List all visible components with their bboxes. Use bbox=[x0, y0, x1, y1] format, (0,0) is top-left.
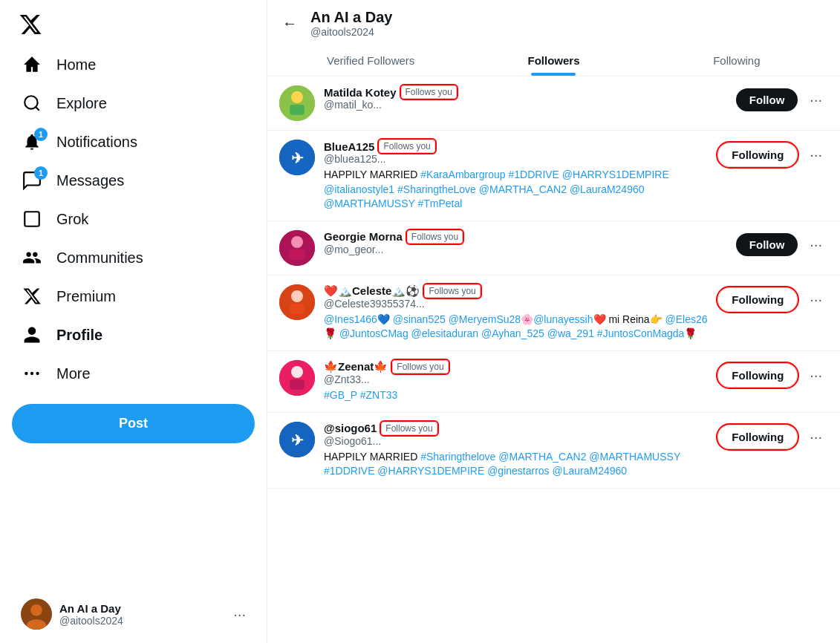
followers-list: Matilda KoteyFollows you@matil_ko...Foll… bbox=[267, 76, 840, 643]
communities-icon bbox=[21, 247, 43, 269]
follower-name: Georgie Morna bbox=[324, 230, 403, 243]
header-title-block: An AI a Day @aitools2024 bbox=[310, 9, 392, 38]
svg-line-1 bbox=[36, 107, 39, 111]
sidebar-item-label-premium: Premium bbox=[56, 288, 116, 305]
follower-item: 🍁Zeenat🍁Follows you@Znt33...#GB_P #ZNT33… bbox=[267, 351, 840, 413]
follower-item: ❤️🏔️Celeste🏔️⚽Follows you@Celeste3935537… bbox=[267, 275, 840, 351]
follower-name-row: ❤️🏔️Celeste🏔️⚽Follows you bbox=[324, 284, 709, 298]
more-icon bbox=[21, 362, 43, 385]
svg-text:✈: ✈ bbox=[291, 150, 304, 166]
follower-bio: #GB_P #ZNT33 bbox=[324, 388, 709, 403]
follower-item: ✈@siogo61Follows you@Siogo61...HAPPILY M… bbox=[267, 413, 840, 489]
follower-actions: Follow··· bbox=[736, 233, 828, 256]
follower-name-row: @siogo61Follows you bbox=[324, 422, 709, 435]
tab-following[interactable]: Following bbox=[645, 44, 828, 76]
sidebar-item-label-home: Home bbox=[56, 56, 96, 74]
sidebar-item-notifications[interactable]: Notifications1 bbox=[12, 123, 255, 160]
premium-icon bbox=[21, 285, 43, 307]
follower-avatar bbox=[279, 360, 315, 396]
follower-item: ✈BlueA125Follows you@bluea125...HAPPILY … bbox=[267, 131, 840, 221]
svg-point-4 bbox=[30, 372, 33, 375]
notifications-badge: 1 bbox=[34, 128, 48, 141]
more-options-button[interactable]: ··· bbox=[804, 88, 828, 111]
more-options-button[interactable]: ··· bbox=[804, 143, 828, 166]
follower-name: Matilda Kotey bbox=[324, 86, 397, 99]
follower-name-row: Georgie MornaFollows you bbox=[324, 230, 727, 244]
follow-button[interactable]: Follow bbox=[736, 88, 798, 111]
footer-more-icon[interactable]: ··· bbox=[233, 606, 246, 623]
svg-rect-11 bbox=[290, 105, 305, 115]
home-icon bbox=[21, 53, 43, 76]
follower-handle: @bluea125... bbox=[324, 153, 709, 165]
sidebar-item-messages[interactable]: Messages1 bbox=[12, 162, 255, 199]
sidebar-item-explore[interactable]: Explore bbox=[12, 85, 255, 122]
sidebar-item-home[interactable]: Home bbox=[12, 46, 255, 83]
follow-button[interactable]: Follow bbox=[736, 233, 798, 256]
follower-name: @siogo61 bbox=[324, 422, 377, 434]
sidebar-item-communities[interactable]: Communities bbox=[12, 239, 255, 276]
follower-content: Matilda KoteyFollows you@matil_ko... bbox=[324, 85, 727, 111]
follower-name-row: Matilda KoteyFollows you bbox=[324, 85, 727, 99]
sidebar-item-grok[interactable]: Grok bbox=[12, 200, 255, 238]
sidebar-item-label-more: More bbox=[56, 365, 91, 382]
sidebar-item-label-profile: Profile bbox=[56, 327, 102, 344]
follows-you-badge: Follows you bbox=[407, 230, 463, 244]
more-options-button[interactable]: ··· bbox=[804, 233, 828, 256]
svg-point-3 bbox=[25, 372, 27, 375]
follower-content: Georgie MornaFollows you@mo_geor... bbox=[324, 230, 727, 255]
explore-icon bbox=[21, 92, 43, 114]
footer-info: An AI a Day @aitools2024 bbox=[59, 602, 226, 627]
header-top: ← An AI a Day @aitools2024 bbox=[279, 9, 828, 38]
follower-bio: HAPPILY MARRIED #KaraAmbargroup #1DDRIVE… bbox=[324, 168, 709, 212]
following-button[interactable]: Following bbox=[717, 363, 798, 388]
svg-point-15 bbox=[291, 236, 303, 248]
following-button[interactable]: Following bbox=[717, 287, 798, 312]
follower-bio: @Ines1466💙 @sinan525 @MeryemSu28🌸@lunaye… bbox=[324, 313, 709, 342]
svg-point-7 bbox=[30, 604, 42, 616]
follower-content: BlueA125Follows you@bluea125...HAPPILY M… bbox=[324, 140, 709, 212]
follower-item: Matilda KoteyFollows you@matil_ko...Foll… bbox=[267, 76, 840, 131]
follower-actions: Following··· bbox=[717, 143, 828, 167]
follower-content: @siogo61Follows you@Siogo61...HAPPILY MA… bbox=[324, 422, 709, 479]
follower-actions: Following··· bbox=[717, 363, 828, 388]
follower-item: Georgie MornaFollows you@mo_geor...Follo… bbox=[267, 221, 840, 275]
follower-handle: @Siogo61... bbox=[324, 435, 709, 447]
follows-you-badge: Follows you bbox=[379, 140, 434, 153]
svg-text:✈: ✈ bbox=[291, 431, 304, 448]
sidebar-footer[interactable]: An AI a Day @aitools2024 ··· bbox=[12, 591, 255, 637]
sidebar-item-label-grok: Grok bbox=[56, 211, 88, 228]
following-button[interactable]: Following bbox=[717, 143, 798, 167]
follower-actions: Following··· bbox=[717, 425, 828, 449]
follower-actions: Follow··· bbox=[736, 88, 828, 111]
follower-handle: @mo_geor... bbox=[324, 244, 727, 255]
tabs: Verified Followers Followers Following bbox=[279, 44, 828, 76]
sidebar-item-label-communities: Communities bbox=[56, 249, 143, 267]
post-button[interactable]: Post bbox=[12, 404, 255, 443]
follower-content: 🍁Zeenat🍁Follows you@Znt33...#GB_P #ZNT33 bbox=[324, 360, 709, 403]
svg-point-21 bbox=[291, 366, 303, 378]
sidebar-item-premium[interactable]: Premium bbox=[12, 278, 255, 315]
sidebar-item-more[interactable]: More bbox=[12, 355, 255, 392]
follower-name-row: 🍁Zeenat🍁Follows you bbox=[324, 360, 709, 373]
more-options-button[interactable]: ··· bbox=[804, 364, 828, 387]
tab-followers[interactable]: Followers bbox=[462, 44, 645, 76]
sidebar-item-profile[interactable]: Profile bbox=[12, 316, 255, 353]
following-button[interactable]: Following bbox=[717, 425, 798, 449]
tab-verified-followers[interactable]: Verified Followers bbox=[279, 44, 462, 76]
sidebar: HomeExploreNotifications1Messages1GrokCo… bbox=[0, 0, 267, 643]
header-title: An AI a Day bbox=[310, 9, 392, 26]
follower-avatar bbox=[279, 85, 315, 121]
svg-point-10 bbox=[291, 91, 303, 103]
follower-handle: @Celeste39355374... bbox=[324, 298, 709, 310]
follows-you-badge: Follows you bbox=[424, 284, 480, 298]
more-options-button[interactable]: ··· bbox=[804, 288, 828, 311]
back-button[interactable]: ← bbox=[279, 12, 300, 35]
x-logo[interactable] bbox=[12, 6, 49, 43]
sidebar-item-label-explore: Explore bbox=[56, 95, 107, 112]
svg-rect-2 bbox=[25, 212, 39, 226]
follower-avatar: ✈ bbox=[279, 140, 315, 175]
more-options-button[interactable]: ··· bbox=[804, 425, 828, 448]
follower-avatar: ✈ bbox=[279, 422, 315, 457]
svg-rect-22 bbox=[290, 379, 305, 390]
follower-name-row: BlueA125Follows you bbox=[324, 140, 709, 153]
